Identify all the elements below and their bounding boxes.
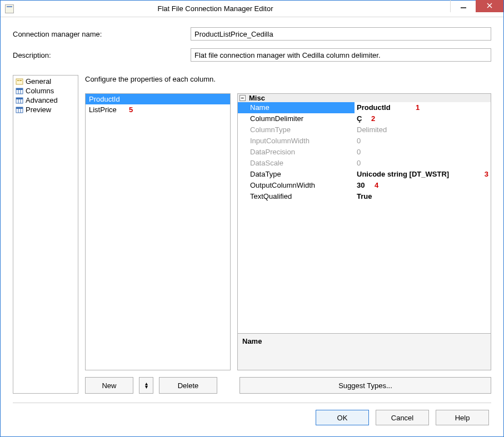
prop-value[interactable]: Ç 2 (355, 113, 491, 124)
titlebar: Flat File Connection Manager Editor (1, 1, 503, 17)
prop-label: DataType (238, 169, 355, 180)
annotation-2: 2 (371, 113, 375, 124)
nav-label: Preview (26, 106, 51, 114)
prop-value[interactable]: 0 (355, 147, 491, 158)
annotation-3: 3 (485, 169, 488, 180)
property-description: Name (238, 333, 491, 370)
prop-row-columntype[interactable]: ColumnType Delimited (238, 124, 491, 135)
annotation-5: 5 (129, 106, 133, 114)
prop-row-outputcolumnwidth[interactable]: OutputColumnWidth 30 4 (238, 180, 491, 191)
prop-row-inputcolumnwidth[interactable]: InputColumnWidth 0 (238, 135, 491, 147)
columns-listbox[interactable]: ProductId ListPrice 5 (85, 93, 231, 370)
app-icon (5, 4, 14, 13)
property-category[interactable]: − Misc (238, 94, 491, 102)
prop-value[interactable]: True (355, 191, 491, 202)
right-area: Configure the properties of each column.… (85, 75, 491, 394)
column-buttons: New ▴▾ Delete Suggest Types... (85, 377, 491, 394)
prop-row-dataprecision[interactable]: DataPrecision 0 (238, 147, 491, 158)
nav-item-general[interactable]: General (13, 77, 78, 86)
prop-value[interactable]: ProductId 1 (355, 102, 491, 113)
prop-label: ColumnType (238, 124, 355, 135)
help-button[interactable]: Help (436, 410, 489, 425)
prop-label: DataPrecision (238, 147, 355, 158)
prop-row-datascale[interactable]: DataScale 0 (238, 158, 491, 169)
conn-name-input[interactable] (191, 27, 491, 41)
window-buttons (450, 1, 503, 17)
svg-rect-2 (16, 79, 23, 84)
svg-rect-3 (17, 80, 19, 81)
header-fields: Connection manager name: Description: (13, 27, 491, 69)
prop-row-textqualified[interactable]: TextQualified True (238, 191, 491, 202)
chevron-updown-icon: ▴▾ (145, 382, 148, 389)
close-button[interactable] (476, 0, 503, 12)
prop-value[interactable]: 30 4 (355, 180, 491, 191)
close-icon (487, 2, 492, 10)
minimize-button[interactable] (450, 0, 476, 12)
main-area: General Columns Advanced (13, 75, 491, 394)
svg-rect-6 (16, 88, 23, 90)
prop-label: TextQualified (238, 191, 355, 202)
list-item-label: ProductId (89, 95, 120, 103)
general-icon (16, 78, 23, 86)
prop-value[interactable]: 0 (355, 158, 491, 169)
delete-button[interactable]: Delete (159, 377, 217, 394)
nav-label: Advanced (26, 96, 58, 104)
prop-row-name[interactable]: Name ProductId 1 (238, 102, 491, 113)
svg-rect-10 (16, 98, 23, 99)
category-label: Misc (249, 94, 265, 102)
minimize-icon (461, 7, 466, 8)
mid-row: ProductId ListPrice 5 − Misc (85, 93, 491, 370)
list-item-label: ListPrice (89, 106, 117, 114)
prop-label: DataScale (238, 158, 355, 169)
prop-value[interactable]: Delimited (355, 124, 491, 135)
advanced-icon (16, 97, 23, 104)
dialog-buttons: OK Cancel Help (13, 410, 491, 429)
nav-item-advanced[interactable]: Advanced (13, 96, 78, 105)
window: Flat File Connection Manager Editor Conn… (0, 0, 504, 437)
description-input[interactable] (191, 48, 491, 62)
annotation-1: 1 (416, 102, 420, 113)
prop-label: OutputColumnWidth (238, 180, 355, 191)
separator (13, 403, 491, 403)
new-button[interactable]: New (85, 377, 133, 394)
columns-icon (16, 87, 23, 95)
window-title: Flat File Connection Manager Editor (14, 4, 450, 13)
property-grid: − Misc Name ProductId 1 (237, 93, 491, 370)
nav-label: Columns (26, 87, 54, 95)
description-label: Description: (13, 51, 191, 59)
description-title: Name (242, 337, 262, 345)
ok-button[interactable]: OK (316, 410, 369, 425)
nav-label: General (26, 77, 51, 86)
prop-label: Name (238, 102, 355, 113)
svg-rect-4 (19, 80, 22, 81)
prop-value[interactable]: Unicode string [DT_WSTR] 3 (355, 169, 491, 180)
suggest-types-button[interactable]: Suggest Types... (239, 377, 491, 394)
prop-row-columndelimiter[interactable]: ColumnDelimiter Ç 2 (238, 113, 491, 124)
cancel-button[interactable]: Cancel (376, 410, 429, 425)
nav-item-columns[interactable]: Columns (13, 86, 78, 96)
nav-item-preview[interactable]: Preview (13, 105, 78, 114)
prop-value[interactable]: 0 (355, 135, 491, 147)
prop-row-datatype[interactable]: DataType Unicode string [DT_WSTR] 3 (238, 169, 491, 180)
prop-label: ColumnDelimiter (238, 113, 355, 124)
annotation-4: 4 (375, 180, 378, 191)
property-grid-body: − Misc Name ProductId 1 (238, 94, 491, 333)
collapse-icon[interactable]: − (239, 95, 246, 101)
list-item[interactable]: ProductId (86, 94, 230, 104)
preview-icon (16, 106, 23, 114)
content-area: Connection manager name: Description: Ge… (1, 17, 503, 436)
instruction-text: Configure the properties of each column. (85, 75, 491, 83)
list-item[interactable]: ListPrice 5 (86, 104, 230, 115)
nav-panel: General Columns Advanced (13, 75, 78, 394)
conn-name-label: Connection manager name: (13, 30, 191, 38)
new-dropdown-button[interactable]: ▴▾ (139, 377, 153, 394)
svg-rect-14 (16, 107, 23, 109)
prop-label: InputColumnWidth (238, 135, 355, 147)
